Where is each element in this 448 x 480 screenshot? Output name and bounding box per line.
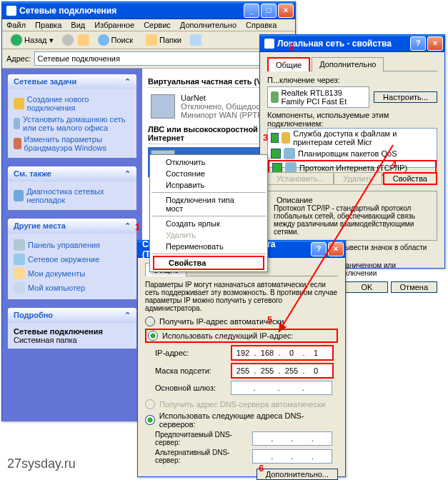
place-network[interactable]: Сетевое окружение (14, 252, 131, 266)
search-button[interactable]: Поиск (94, 34, 137, 46)
ctx-status[interactable]: Состояние (151, 168, 266, 179)
checkbox-icon[interactable] (271, 133, 279, 143)
description-group: Описание Протокол TCP/IP - стандартный п… (267, 191, 437, 241)
properties-button[interactable]: Свойства (383, 172, 437, 185)
watermark: 27sysday.ru (7, 456, 76, 471)
ctx-rename[interactable]: Переименовать (151, 241, 266, 252)
gw-input[interactable]: ... (231, 381, 332, 395)
menu-favorites[interactable]: Избранное (94, 21, 134, 29)
ctx-properties[interactable]: Свойства (153, 256, 264, 270)
menu-service[interactable]: Сервис (144, 21, 171, 29)
back-icon (11, 34, 22, 46)
adapter-name: Realtek RTL8139 Family PCI Fast Et (282, 89, 367, 106)
back-button[interactable]: Назад ▾ (6, 34, 58, 46)
see-diagnostics[interactable]: Диагностика сетевых неполадок (14, 186, 131, 206)
chevron-icon[interactable]: ⌃ (124, 77, 131, 86)
mask-input[interactable]: 255.255.255.0 (231, 363, 334, 379)
manual-dns-radio[interactable] (145, 415, 155, 425)
help-button[interactable]: ? (311, 242, 327, 256)
separator (151, 192, 266, 193)
menu-file[interactable]: Файл (6, 21, 26, 29)
context-menu: Отключить Состояние Исправить Подключени… (149, 154, 268, 272)
task-firewall[interactable]: Изменить параметры брандмауэра Windows (14, 134, 131, 154)
place-computer[interactable]: Мой компьютер (14, 281, 131, 295)
window-icon (6, 6, 16, 16)
panel-details: Подробно⌃ Сетевые подключения Системная … (8, 308, 136, 349)
address-input[interactable] (34, 51, 274, 66)
remove-button: Удалить (334, 172, 382, 185)
mask-label: Маска подсети: (155, 366, 227, 375)
menu-edit[interactable]: Правка (35, 21, 61, 29)
menu-advanced[interactable]: Дополнительно (180, 21, 237, 29)
up-icon[interactable] (78, 34, 89, 46)
address-label: Адрес: (6, 54, 31, 63)
views-icon[interactable] (190, 34, 201, 46)
panel-tasks: Сетевые задачи⌃ Создание нового подключе… (8, 74, 136, 158)
manual-ip-radio[interactable] (148, 331, 158, 341)
toolbar: Назад ▾ Поиск Папки (2, 31, 295, 49)
close-button[interactable]: × (278, 4, 294, 18)
ip-input[interactable]: 192.168.0.1 (231, 345, 334, 361)
task-home-net[interactable]: Установить домашнюю сеть или сеть малого… (14, 114, 131, 134)
ctx-repair[interactable]: Исправить (151, 179, 266, 191)
close-button[interactable]: × (427, 36, 443, 51)
advanced-button[interactable]: Дополнительно... (257, 469, 338, 480)
dns1-input[interactable]: ... (252, 431, 332, 446)
ok-button[interactable]: OK (345, 281, 388, 293)
separator (151, 216, 266, 216)
tabs: Общие Дополнительно (267, 56, 437, 71)
auto-ip-label: Получить IP-адрес автоматически (159, 317, 284, 326)
component-row: Планировщик пакетов QoS (268, 147, 437, 160)
panel-see-also: См. также⌃ Диагностика сетевых неполадок (8, 166, 136, 210)
tab-advanced[interactable]: Дополнительно (312, 57, 384, 71)
ctx-delete: Удалить (151, 229, 266, 241)
components-list[interactable]: Служба доступа к файлам и принтерам сете… (267, 128, 437, 168)
window-icon (264, 39, 274, 49)
folders-button[interactable]: Папки (141, 34, 186, 46)
place-documents[interactable]: Мои документы (14, 266, 131, 281)
help-button[interactable]: ? (410, 36, 426, 51)
ctx-disable[interactable]: Отключить (151, 156, 266, 168)
menu-view[interactable]: Вид (71, 21, 85, 29)
component-row: Служба доступа к файлам и принтерам сете… (268, 129, 437, 147)
components-label: Компоненты, используемые этим подключени… (267, 111, 437, 128)
checkbox-icon[interactable] (271, 149, 281, 159)
chevron-icon[interactable]: ⌃ (124, 221, 131, 231)
computer-icon (14, 282, 25, 294)
forward-icon[interactable] (62, 34, 74, 46)
sidebar: Сетевые задачи⌃ Создание нового подключе… (2, 69, 142, 421)
titlebar[interactable]: Локальная сеть - свойства ? × (260, 35, 444, 52)
marker-3: 3 (263, 132, 268, 143)
minimize-button[interactable]: _ (244, 4, 259, 18)
net-icon (14, 254, 25, 265)
connect-label: П...ключение через: (267, 76, 437, 84)
address-bar: Адрес: → (2, 49, 295, 69)
ctx-shortcut[interactable]: Создать ярлык (151, 218, 266, 229)
marker-2: 2 (289, 41, 294, 52)
tab-general[interactable]: Общие (267, 57, 310, 71)
manual-ip-label: Использовать следующий IP-адрес: (162, 331, 294, 340)
menu-help[interactable]: Справка (246, 21, 277, 29)
dns2-input[interactable]: ... (252, 449, 332, 464)
qos-icon (284, 148, 295, 159)
auto-ip-radio[interactable] (145, 316, 155, 326)
place-control-panel[interactable]: Панель управления (14, 238, 131, 252)
dns1-label: Предпочитаемый DNS-сервер: (155, 431, 248, 446)
checkbox-icon[interactable] (272, 163, 282, 173)
ip-label: IP-адрес: (155, 349, 227, 357)
cancel-button[interactable]: Отмена (391, 281, 437, 293)
dns2-label: Альтернативный DNS-сервер: (155, 449, 248, 464)
chevron-icon[interactable]: ⌃ (124, 169, 131, 179)
auto-dns-radio (145, 399, 155, 409)
marker-1: 1 (135, 221, 140, 232)
lan-props-dialog: Локальная сеть - свойства ? × Общие Допо… (259, 34, 445, 269)
configure-button[interactable]: Настроить... (374, 91, 437, 103)
maximize-button[interactable]: □ (261, 4, 277, 18)
manual-dns-label: Использовать следующие адреса DNS-сервер… (159, 411, 338, 429)
close-button[interactable]: × (328, 242, 344, 256)
ctx-bridge[interactable]: Подключения типа мост (151, 194, 266, 214)
chevron-icon[interactable]: ⌃ (124, 311, 131, 320)
wizard-icon (14, 98, 24, 109)
titlebar[interactable]: Сетевые подключения _ □ × (2, 2, 295, 19)
task-new-conn[interactable]: Создание нового подключения (14, 94, 131, 114)
